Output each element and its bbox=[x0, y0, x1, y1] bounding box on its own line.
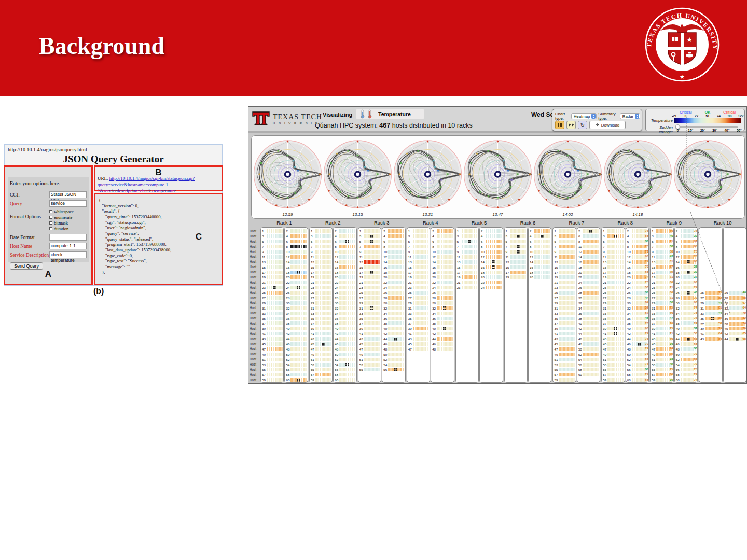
host-heat-strip[interactable] bbox=[534, 229, 550, 233]
host-heat-strip[interactable] bbox=[339, 255, 355, 259]
host-heat-strip[interactable] bbox=[583, 281, 599, 284]
host-heat-strip[interactable] bbox=[267, 337, 283, 341]
host-heat-strip[interactable] bbox=[315, 306, 331, 310]
host-heat-strip[interactable] bbox=[339, 260, 355, 264]
host-heat-strip[interactable] bbox=[583, 260, 599, 264]
host-heat-strip[interactable] bbox=[290, 342, 307, 346]
host-heat-strip[interactable] bbox=[607, 301, 624, 305]
host-heat-strip[interactable] bbox=[364, 229, 380, 233]
host-heat-strip[interactable] bbox=[462, 229, 478, 233]
host-heat-strip[interactable] bbox=[559, 291, 575, 295]
host-heat-strip[interactable] bbox=[413, 271, 429, 274]
host-heat-strip[interactable] bbox=[339, 353, 355, 356]
host-heat-strip[interactable] bbox=[413, 347, 429, 351]
host-heat-strip[interactable] bbox=[413, 240, 429, 243]
host-heat-strip[interactable] bbox=[364, 317, 380, 320]
host-heat-strip[interactable] bbox=[437, 240, 453, 243]
host-heat-strip[interactable] bbox=[388, 255, 404, 259]
send-query-button[interactable]: Send Query bbox=[10, 262, 43, 270]
host-heat-strip[interactable] bbox=[462, 271, 478, 274]
host-heat-strip[interactable] bbox=[583, 240, 599, 243]
host-heat-strip[interactable] bbox=[607, 281, 624, 284]
host-heat-strip[interactable] bbox=[413, 342, 429, 346]
host-heat-strip[interactable] bbox=[486, 229, 502, 233]
host-heat-strip[interactable] bbox=[534, 234, 550, 238]
host-heat-strip[interactable] bbox=[437, 306, 453, 310]
host-heat-strip[interactable] bbox=[267, 363, 283, 367]
host-heat-strip[interactable] bbox=[339, 296, 355, 300]
host-heat-strip[interactable] bbox=[388, 306, 404, 310]
host-heat-strip[interactable] bbox=[534, 250, 550, 254]
host-heat-strip[interactable] bbox=[583, 317, 599, 320]
host-heat-strip[interactable] bbox=[315, 255, 331, 259]
host-heat-strip[interactable] bbox=[339, 291, 355, 295]
host-heat-strip[interactable] bbox=[462, 260, 478, 264]
host-heat-strip[interactable] bbox=[315, 363, 331, 367]
host-heat-strip[interactable] bbox=[413, 301, 429, 305]
host-heat-strip[interactable] bbox=[510, 255, 527, 259]
host-heat-strip[interactable] bbox=[486, 255, 502, 259]
host-heat-strip[interactable] bbox=[437, 271, 453, 274]
host-heat-strip[interactable] bbox=[413, 317, 429, 320]
checkbox[interactable] bbox=[49, 216, 52, 219]
host-heat-strip[interactable] bbox=[315, 368, 331, 371]
host-heat-strip[interactable] bbox=[583, 255, 599, 259]
host-heat-strip[interactable] bbox=[315, 245, 331, 248]
host-heat-strip[interactable] bbox=[559, 260, 575, 264]
host-heat-strip[interactable] bbox=[437, 342, 453, 346]
host-heat-strip[interactable] bbox=[607, 321, 624, 325]
host-heat-strip[interactable] bbox=[339, 271, 355, 274]
host-heat-strip[interactable] bbox=[364, 301, 380, 305]
host-heat-strip[interactable] bbox=[486, 240, 502, 243]
host-heat-strip[interactable] bbox=[437, 332, 453, 335]
host-heat-strip[interactable] bbox=[607, 327, 624, 330]
host-heat-strip[interactable] bbox=[559, 255, 575, 259]
host-heat-strip[interactable] bbox=[364, 245, 380, 248]
host-heat-strip[interactable] bbox=[462, 265, 478, 269]
host-heat-strip[interactable] bbox=[364, 306, 380, 310]
host-heat-strip[interactable] bbox=[364, 271, 380, 274]
host-heat-strip[interactable] bbox=[559, 312, 575, 315]
host-heat-strip[interactable] bbox=[315, 275, 331, 279]
host-heat-strip[interactable] bbox=[364, 265, 380, 269]
host-heat-strip[interactable] bbox=[290, 353, 307, 356]
host-heat-strip[interactable] bbox=[339, 332, 355, 335]
host-heat-strip[interactable] bbox=[364, 337, 380, 341]
host-heat-strip[interactable] bbox=[583, 250, 599, 254]
host-heat-strip[interactable] bbox=[437, 275, 453, 279]
host-heat-strip[interactable] bbox=[267, 321, 283, 325]
host-heat-strip[interactable] bbox=[267, 286, 283, 289]
host-heat-strip[interactable] bbox=[486, 286, 502, 289]
host-heat-strip[interactable] bbox=[413, 312, 429, 315]
host-heat-strip[interactable] bbox=[583, 353, 599, 356]
host-heat-strip[interactable] bbox=[559, 321, 575, 325]
host-heat-strip[interactable] bbox=[364, 255, 380, 259]
host-heat-strip[interactable] bbox=[437, 291, 453, 295]
host-heat-strip[interactable] bbox=[267, 312, 283, 315]
refresh-button[interactable]: ↻ bbox=[578, 121, 587, 129]
host-heat-strip[interactable] bbox=[559, 358, 575, 361]
host-heat-strip[interactable] bbox=[388, 368, 404, 371]
host-heat-strip[interactable] bbox=[267, 229, 283, 233]
host-heat-strip[interactable] bbox=[559, 353, 575, 356]
host-heat-strip[interactable] bbox=[388, 327, 404, 330]
host-heat-strip[interactable] bbox=[437, 286, 453, 289]
host-heat-strip[interactable] bbox=[437, 250, 453, 254]
radar-chart[interactable]: 14:18 bbox=[603, 136, 673, 218]
host-heat-strip[interactable] bbox=[290, 378, 307, 382]
host-heat-strip[interactable] bbox=[290, 321, 307, 325]
host-heat-strip[interactable] bbox=[437, 296, 453, 300]
host-heat-strip[interactable] bbox=[607, 373, 624, 376]
host-heat-strip[interactable] bbox=[290, 255, 307, 259]
host-heat-strip[interactable] bbox=[364, 358, 380, 361]
host-heat-strip[interactable] bbox=[364, 286, 380, 289]
host-heat-strip[interactable] bbox=[437, 317, 453, 320]
date-format-input[interactable] bbox=[49, 234, 87, 241]
host-heat-strip[interactable] bbox=[339, 281, 355, 284]
host-heat-strip[interactable] bbox=[583, 368, 599, 371]
host-heat-strip[interactable] bbox=[315, 378, 331, 382]
host-heat-strip[interactable] bbox=[290, 260, 307, 264]
host-heat-strip[interactable] bbox=[315, 250, 331, 254]
host-heat-strip[interactable] bbox=[607, 317, 624, 320]
host-heat-strip[interactable] bbox=[267, 271, 283, 274]
